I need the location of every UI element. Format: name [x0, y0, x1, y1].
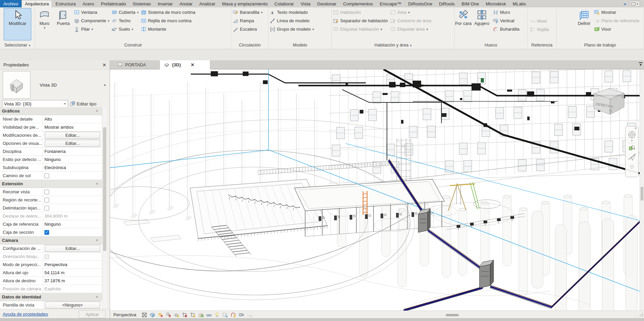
crop-region-icon[interactable] [189, 311, 196, 318]
section-header-datos-de-identidad[interactable]: Datos de identidad˄ [0, 293, 102, 301]
menu-tab-enscape[interactable]: Enscape™ [376, 0, 405, 7]
ribbon-button-definir[interactable]: Definir [575, 8, 593, 40]
ribbon-button-muro[interactable]: Muro▾ [35, 8, 54, 40]
ribbon-button-componente[interactable]: Componente▾ [73, 17, 110, 25]
analytical-model-icon[interactable] [229, 311, 237, 318]
ribbon-button-barandilla[interactable]: Barandilla▾ [231, 8, 263, 17]
ribbon-overflow-icon[interactable]: » [624, 1, 626, 6]
property-button-configuracion-de[interactable]: Editar... [45, 245, 100, 252]
property-value-estilo-por-defecto[interactable]: Ninguno [43, 156, 102, 163]
menu-tab-microdesk[interactable]: Microdesk [482, 0, 509, 7]
menu-tab-masa-y-emplazamiento[interactable]: Masa y emplazamiento [219, 0, 271, 7]
collapse-chevron-icon[interactable]: ˄ [96, 182, 98, 186]
menu-tab-acero[interactable]: Acero [79, 0, 97, 7]
property-value-altura-del-ojo[interactable]: 54.1114 m [43, 269, 102, 277]
ribbon-button-ventana[interactable]: Ventana [73, 8, 110, 17]
ribbon-button-grupo-de-modelo[interactable]: Grupo de modelo▾ [269, 25, 315, 33]
ribbon-button-rejilla-de-muro-cortina[interactable]: Rejilla de muro cortina [140, 17, 196, 25]
properties-scrollbar[interactable] [102, 107, 107, 309]
property-button-plantilla-de-vista[interactable]: <Ninguno> [45, 301, 100, 309]
properties-help-link[interactable]: Ayuda de propiedades [3, 312, 48, 317]
visual-style-icon[interactable] [149, 311, 156, 318]
menu-tab-mlabs[interactable]: MLabs [509, 0, 530, 7]
checkbox-caja-de-seccion[interactable]: ✓ [44, 230, 49, 235]
section-header-extension[interactable]: Extensión˄ [0, 180, 102, 188]
menu-tab-analizar[interactable]: Analizar [196, 0, 219, 7]
menu-tab-anotar[interactable]: Anotar [176, 0, 196, 7]
ribbon-button-escalera[interactable]: Escalera [231, 25, 263, 33]
property-value-visibilidad-de-pie[interactable]: Mostrar ambos [43, 123, 102, 131]
ribbon-button-vertical[interactable]: Vertical [492, 17, 521, 25]
reveal-hidden-icon[interactable] [213, 311, 221, 318]
close-view-icon[interactable]: ✕ [183, 62, 194, 67]
collapse-chevron-icon[interactable]: ˄ [96, 295, 98, 299]
ribbon-button-separador-de-habitacion[interactable]: Separador de habitación [332, 17, 389, 25]
scale-icon[interactable] [141, 311, 148, 318]
section-header-graficos[interactable]: Gráficos˄ [0, 107, 102, 115]
property-value-subdisciplina[interactable]: Electrónica [43, 164, 102, 171]
pan-icon[interactable] [627, 152, 637, 162]
ribbon-display-toggle[interactable]: ▾ [629, 1, 640, 7]
menu-tab-dirootsone[interactable]: DiRootsOne [405, 0, 436, 7]
ribbon-group-label-seleccionar[interactable]: Seleccionar ▾ [0, 42, 35, 49]
ribbon-button-agujero[interactable]: Agujero [472, 8, 492, 40]
property-value-modo-de-proyecci[interactable]: Perspectiva [43, 261, 102, 268]
property-button-opciones-de-visua[interactable]: Editar... [45, 140, 100, 147]
ribbon-button-montante[interactable]: Montante [140, 25, 196, 33]
worksharing-display-icon[interactable] [238, 311, 245, 318]
menu-tab-vista[interactable]: Vista [297, 0, 314, 7]
property-value-caja-de-referencia[interactable]: Ninguno [43, 220, 102, 228]
zoom-out-icon[interactable] [629, 164, 635, 169]
navbar-close-icon[interactable]: ✕ [634, 127, 637, 130]
menu-tab-diroots[interactable]: DiRoots [436, 0, 458, 7]
ribbon-button-modificar[interactable]: Modificar [4, 8, 31, 40]
temporary-hide-isolate-icon[interactable] [205, 311, 213, 318]
menu-tab-prefabricado[interactable]: Prefabricado [98, 0, 130, 7]
ribbon-button-mostrar[interactable]: Mostrar [593, 8, 640, 17]
type-preview-image[interactable] [3, 71, 30, 99]
resize-grip-icon[interactable] [639, 312, 643, 318]
checkbox-recortar-vista[interactable] [44, 190, 49, 194]
collapse-chevron-icon[interactable]: ˄ [96, 238, 98, 242]
apply-button[interactable]: Aplicar [79, 310, 106, 318]
view-tab-overflow-icon[interactable]: ▼ [639, 62, 642, 67]
viewport-canvas[interactable] [110, 69, 644, 311]
menu-tab-colaborar[interactable]: Colaborar [271, 0, 297, 7]
checkbox-delimitacion-lejan[interactable] [44, 206, 49, 211]
close-properties-button[interactable]: ✕ [102, 62, 106, 68]
ribbon-button-linea-de-modelo[interactable]: Línea de modelo [269, 17, 315, 25]
view-scale-label[interactable]: Perspectiva [113, 312, 136, 317]
property-value-altura-de-destino[interactable]: 37.1876 m [43, 277, 102, 285]
properties-scrollbar-thumb[interactable] [103, 127, 106, 251]
navbar-caret-icon[interactable]: ▾ [631, 139, 633, 142]
ribbon-button-sistema-de-muro-cortina[interactable]: Sistema de muro cortina [140, 8, 196, 17]
shadows-off-icon[interactable] [165, 311, 172, 318]
menu-tab-complementos[interactable]: Complementos [340, 0, 377, 7]
zoom-region-icon[interactable] [628, 144, 636, 152]
ribbon-button-texto-modelado[interactable]: ATexto modelado [269, 8, 315, 17]
lock-3d-view-icon[interactable] [197, 311, 205, 318]
render-icon[interactable] [173, 311, 180, 318]
menu-tab-gestionar[interactable]: Gestionar [314, 0, 340, 7]
sun-path-off-icon[interactable] [157, 311, 164, 318]
menu-tab-estructura[interactable]: Estructura [52, 0, 79, 7]
menu-tab-bim-one[interactable]: BIM One [458, 0, 482, 7]
viewcube[interactable]: DERECHA ~ ·· [591, 84, 629, 119]
ribbon-button-cubierta[interactable]: Cubierta▾ [110, 8, 140, 17]
horizontal-scrollbar-thumb[interactable] [446, 314, 459, 316]
ribbon-button-por-cara[interactable]: Por cara [455, 8, 472, 40]
temporary-view-properties-icon[interactable] [221, 311, 229, 318]
crop-view-off-icon[interactable] [181, 311, 188, 318]
section-header-camara[interactable]: Cámara˄ [0, 236, 102, 245]
ribbon-button-techo[interactable]: Techo [110, 17, 140, 25]
property-button-modificaciones-de[interactable]: Editar... [45, 132, 100, 139]
menu-tab-arquitectura[interactable]: Arquitectura [22, 0, 52, 7]
ribbon-button-visor[interactable]: Visor [593, 25, 640, 33]
property-value-nivel-de-detalle[interactable]: Alto [43, 115, 102, 123]
ribbon-button-rampa[interactable]: Rampa [231, 17, 263, 25]
type-selector-combobox[interactable]: Vista 3D: {3D} ▾ [2, 100, 68, 107]
menu-tab-insertar[interactable]: Insertar [154, 0, 176, 7]
checkbox-region-de-recorte[interactable] [44, 198, 49, 202]
collapse-chevron-icon[interactable]: ˄ [96, 109, 98, 113]
edit-type-button[interactable]: Editar tipo [70, 101, 97, 106]
